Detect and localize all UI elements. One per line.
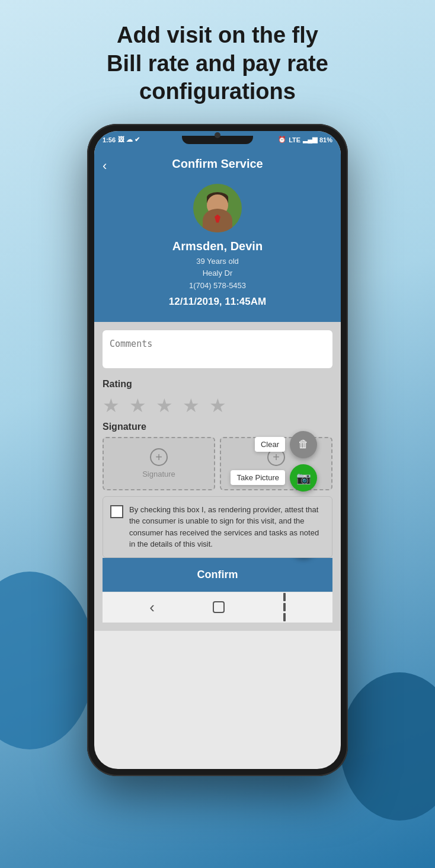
header-title: Confirm Service (172, 157, 263, 170)
attestation-text: By checking this box I, as rendering pro… (129, 504, 325, 550)
profile-section: Armsden, Devin 39 Years old Healy Dr 1(7… (94, 184, 341, 322)
profile-name: Armsden, Devin (104, 240, 331, 253)
nav-back-button[interactable]: ‹ (149, 598, 155, 617)
profile-address: Healy Dr (104, 267, 331, 280)
status-icons-left: 🖼 ☁ ✔ (118, 136, 140, 143)
phone-camera (215, 132, 220, 138)
status-right: ⏰ LTE ▂▄▆ 81% (278, 136, 332, 143)
app-header: ‹ Confirm Service (94, 149, 341, 184)
trash-icon: 🗑 (298, 438, 309, 451)
rating-section: Rating ★ ★ ★ ★ ★ (103, 379, 332, 417)
comments-input[interactable] (103, 330, 332, 368)
nav-recent-button[interactable] (283, 593, 286, 621)
signature-area-wrapper: + Signature + ir Cle (103, 437, 332, 490)
confirm-button[interactable]: Confirm (103, 558, 332, 592)
status-left: 1:56 🖼 ☁ ✔ (103, 136, 140, 143)
back-button[interactable]: ‹ (103, 158, 107, 174)
nav-line-2 (283, 603, 286, 611)
sig-add-icon-1: + (150, 448, 168, 466)
star-3[interactable]: ★ (156, 394, 173, 417)
attestation-checkbox[interactable] (110, 505, 123, 518)
camera-icon: 📷 (296, 471, 311, 485)
trash-button[interactable]: 🗑 (290, 431, 317, 458)
profile-age: 39 Years old (104, 256, 331, 268)
star-1[interactable]: ★ (103, 394, 120, 417)
signal-bars: ▂▄▆ (303, 136, 317, 143)
status-time: 1:56 (103, 136, 116, 143)
alarm-icon: ⏰ (278, 136, 286, 143)
star-4[interactable]: ★ (183, 394, 200, 417)
camera-button[interactable]: 📷 (290, 464, 317, 492)
avatar (193, 184, 242, 232)
nav-home-button[interactable] (213, 601, 225, 613)
sig-label-1: Signature (142, 470, 175, 478)
rating-label: Rating (103, 379, 332, 390)
clear-tooltip: Clear (255, 437, 285, 452)
home-bar: ‹ (103, 592, 332, 623)
phone-frame: 1:56 🖼 ☁ ✔ ⏰ LTE ▂▄▆ 81% ‹ Confirm Servi… (0, 124, 435, 776)
page-title-area: Add visit on the fly Bill rate and pay r… (0, 0, 435, 118)
star-5[interactable]: ★ (209, 394, 226, 417)
form-area: Rating ★ ★ ★ ★ ★ Signature + (94, 322, 341, 631)
battery-label: 81% (319, 136, 332, 143)
signature-box-1[interactable]: + Signature (103, 437, 215, 490)
star-2[interactable]: ★ (129, 394, 146, 417)
take-picture-tooltip: Take Picture (231, 470, 285, 485)
page-title: Add visit on the fly Bill rate and pay r… (36, 21, 399, 106)
signal-label: LTE (289, 136, 300, 143)
fab-row-clear: Clear 🗑 (255, 431, 317, 458)
phone-screen: 1:56 🖼 ☁ ✔ ⏰ LTE ▂▄▆ 81% ‹ Confirm Servi… (94, 131, 341, 769)
attestation-box: By checking this box I, as rendering pro… (103, 496, 332, 558)
profile-phone: 1(704) 578-5453 (104, 280, 331, 292)
nav-line-3 (283, 613, 286, 621)
stars-container[interactable]: ★ ★ ★ ★ ★ (103, 394, 332, 417)
signature-section: Signature + Signature + ir (103, 422, 332, 490)
phone-body: 1:56 🖼 ☁ ✔ ⏰ LTE ▂▄▆ 81% ‹ Confirm Servi… (87, 124, 348, 776)
profile-datetime: 12/11/2019, 11:45AM (104, 296, 331, 308)
fab-row-camera: Take Picture 📷 (231, 464, 317, 492)
nav-line-1 (283, 593, 286, 601)
